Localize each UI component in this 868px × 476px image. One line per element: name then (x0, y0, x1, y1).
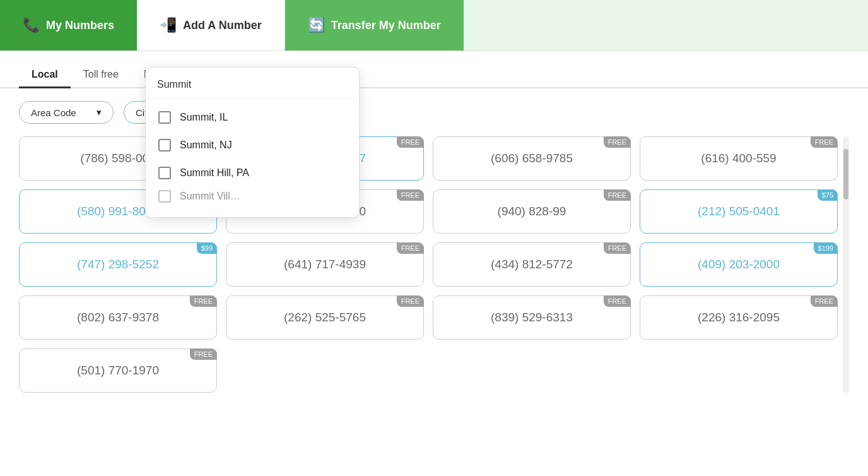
phone-card[interactable]: FREE(616) 400-559 (640, 136, 838, 181)
phone-number-text: (802) 637-9378 (77, 311, 159, 324)
phone-badge: $75 (818, 189, 838, 201)
dropdown-checkbox[interactable] (158, 139, 171, 152)
phone-number-text: (262) 525-5765 (284, 311, 366, 324)
my-numbers-label: My Numbers (46, 19, 114, 32)
phone-card[interactable]: FREE(839) 529-6313 (433, 295, 631, 340)
main-content: FREE(786) 598-000FREE(513) 230-7777FREE(… (0, 136, 868, 393)
phone-badge: FREE (397, 189, 424, 201)
phone-badge: FREE (811, 136, 838, 148)
phone-badge: FREE (604, 242, 631, 254)
phone-number-grid: FREE(786) 598-000FREE(513) 230-7777FREE(… (19, 136, 838, 393)
dropdown-city-label: Summit, IL (180, 112, 228, 123)
dropdown-checkbox[interactable] (158, 167, 171, 179)
dropdown-city-item[interactable]: Summit, NJ (146, 131, 359, 159)
phone-hash-icon: 📞 (23, 17, 40, 33)
dropdown-city-item[interactable]: Summit, IL (146, 104, 359, 131)
area-code-label: Area Code (31, 107, 76, 118)
filters-bar: Area Code ▾ City ▾ (0, 88, 868, 136)
dropdown-checkbox[interactable] (158, 190, 171, 203)
add-number-label: Add A Number (183, 19, 262, 32)
phone-number-text: (839) 529-6313 (491, 311, 573, 324)
phone-number-text: (434) 812-5772 (491, 258, 573, 271)
transfer-label: Transfer My Number (331, 19, 441, 32)
phone-card[interactable]: FREE(606) 658-9785 (433, 136, 631, 181)
dropdown-city-label: Summit Hill, PA (180, 167, 249, 179)
phone-number-text: (940) 828-99 (498, 205, 566, 218)
phone-badge: FREE (604, 295, 631, 307)
scrollbar[interactable] (843, 136, 849, 393)
tab-local[interactable]: Local (19, 62, 71, 88)
phone-card[interactable]: $199(409) 203-2000 (640, 242, 838, 287)
phone-badge: FREE (604, 189, 631, 201)
dropdown-search-area (146, 74, 359, 98)
phone-card[interactable]: FREE(940) 828-99 (433, 189, 631, 234)
phone-badge: FREE (811, 295, 838, 307)
dropdown-checkbox[interactable] (158, 111, 171, 124)
phone-number-text: (786) 598-000 (80, 152, 155, 165)
scrollbar-thumb (843, 149, 848, 199)
phone-card[interactable]: $99(747) 298-5252 (19, 242, 217, 287)
phone-badge: FREE (397, 242, 424, 254)
my-numbers-button[interactable]: 📞 My Numbers (0, 0, 137, 51)
phone-number-text: (501) 770-1970 (77, 364, 159, 378)
phone-number-text: (747) 298-5252 (77, 258, 159, 271)
phone-number-text: (409) 203-2000 (698, 258, 780, 271)
phone-number-text: (606) 658-9785 (491, 152, 573, 165)
header-right-space (464, 0, 868, 51)
phone-number-text: (212) 505-0401 (698, 205, 780, 218)
city-dropdown-overlay: Summit, ILSummit, NJSummit Hill, PASummi… (145, 67, 360, 218)
phone-number-text: (641) 717-4939 (284, 258, 366, 271)
phone-badge: $99 (197, 242, 217, 254)
transfer-number-button[interactable]: 🔄 Transfer My Number (285, 0, 464, 51)
phone-number-text: (226) 316-2095 (698, 311, 780, 324)
dropdown-city-label: Summit, NJ (180, 140, 232, 151)
phone-card[interactable]: FREE(501) 770-1970 (19, 348, 217, 393)
dropdown-city-item[interactable]: Summit Vill… (146, 187, 359, 206)
transfer-icon: 🔄 (308, 17, 325, 33)
phone-plus-icon: 📲 (160, 17, 177, 33)
phone-card[interactable]: FREE(262) 525-5765 (226, 295, 424, 340)
phone-badge: FREE (190, 295, 217, 307)
phone-badge: FREE (604, 136, 631, 148)
phone-card[interactable]: FREE(434) 812-5772 (433, 242, 631, 287)
phone-card[interactable]: FREE(641) 717-4939 (226, 242, 424, 287)
phone-badge: FREE (397, 136, 424, 148)
header: 📞 My Numbers 📲 Add A Number 🔄 Transfer M… (0, 0, 868, 51)
add-number-button[interactable]: 📲 Add A Number (137, 0, 285, 51)
dropdown-city-item[interactable]: Summit Hill, PA (146, 159, 359, 187)
tabs-bar: Local Toll free Personalized (0, 62, 868, 88)
dropdown-items-list: Summit, ILSummit, NJSummit Hill, PASummi… (146, 98, 359, 211)
phone-number-text: (616) 400-559 (701, 152, 776, 165)
dropdown-city-label: Summit Vill… (180, 191, 240, 202)
city-search-input[interactable] (157, 79, 348, 90)
phone-badge: $199 (814, 242, 838, 254)
phone-card[interactable]: FREE(802) 637-9378 (19, 295, 217, 340)
area-code-chevron-icon: ▾ (97, 107, 102, 118)
tab-toll-free[interactable]: Toll free (71, 62, 131, 88)
phone-badge: FREE (397, 295, 424, 307)
area-code-dropdown[interactable]: Area Code ▾ (19, 101, 114, 124)
phone-card[interactable]: FREE(226) 316-2095 (640, 295, 838, 340)
phone-card[interactable]: $75(212) 505-0401 (640, 189, 838, 234)
phone-badge: FREE (190, 348, 217, 360)
